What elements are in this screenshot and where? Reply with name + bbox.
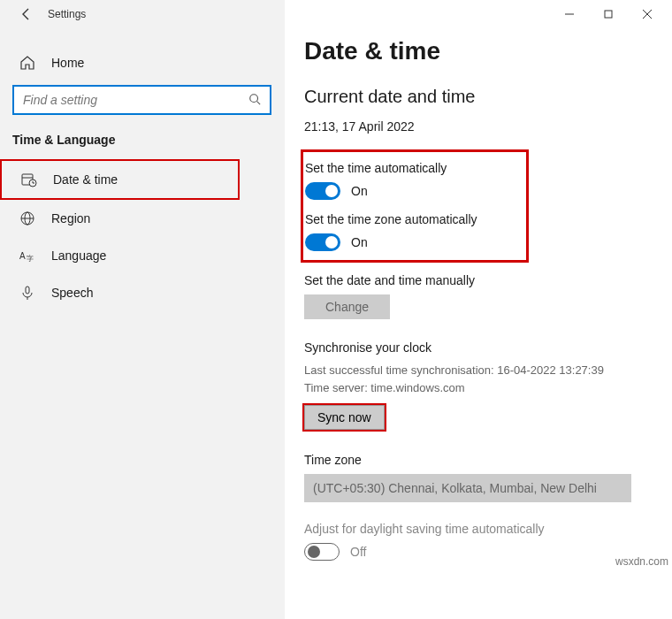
category-header: Time & Language [0,129,284,159]
auto-settings-highlight: Set the time automatically On Set the ti… [301,149,529,263]
search-box[interactable] [12,85,271,115]
titlebar: Settings [0,0,284,28]
nav-label: Speech [51,286,93,300]
close-button[interactable] [628,2,667,27]
nav-label: Language [51,248,106,263]
nav-item-region[interactable]: Region [0,200,284,237]
current-datetime-heading: Current date and time [304,87,653,107]
window-controls [550,2,667,27]
calendar-clock-icon [21,172,37,187]
search-input[interactable] [23,93,248,107]
nav-label: Region [51,211,90,225]
sync-server: Time server: time.windows.com [304,381,465,394]
nav-label: Date & time [53,172,118,187]
dst-toggle [304,543,340,561]
content-pane: Date & time Current date and time 21:13,… [285,0,672,619]
back-button[interactable] [18,5,35,23]
home-icon [19,55,35,71]
globe-icon [19,210,35,226]
dst-label: Adjust for daylight saving time automati… [304,522,653,536]
sync-last: Last successful time synchronisation: 16… [304,363,604,377]
sync-now-button[interactable]: Sync now [304,405,385,430]
svg-text:A: A [19,251,26,261]
svg-line-1 [257,101,261,104]
auto-tz-label: Set the time zone automatically [305,212,517,226]
language-icon: A字 [19,248,35,264]
manual-datetime-label: Set the date and time manually [304,273,653,287]
nav-item-date-time[interactable]: Date & time [0,159,240,200]
auto-time-toggle[interactable] [305,182,340,200]
home-label: Home [51,56,84,70]
sidebar: Settings Home Time & Language Date & [0,0,285,619]
window-title: Settings [48,8,86,20]
sync-info: Last successful time synchronisation: 16… [304,362,653,396]
maximize-button[interactable] [589,2,628,27]
auto-tz-state: On [351,235,368,249]
timezone-heading: Time zone [304,453,653,467]
minimize-button[interactable] [550,2,589,27]
search-icon [248,93,261,108]
home-nav[interactable]: Home [0,46,284,80]
auto-time-label: Set the time automatically [305,161,517,175]
nav-item-speech[interactable]: Speech [0,274,284,311]
auto-time-state: On [351,184,368,198]
current-datetime-value: 21:13, 17 April 2022 [304,119,653,134]
page-title: Date & time [304,37,653,65]
timezone-select: (UTC+05:30) Chennai, Kolkata, Mumbai, Ne… [304,474,631,502]
search-container [0,80,284,129]
microphone-icon [19,285,35,301]
auto-tz-toggle[interactable] [305,233,340,251]
nav-list: Date & time Region A字 Language Speech [0,159,284,311]
dst-state: Off [350,545,366,559]
svg-text:字: 字 [27,255,34,263]
sync-heading: Synchronise your clock [304,340,653,355]
svg-rect-13 [605,11,612,18]
watermark: wsxdn.com [615,555,668,568]
nav-item-language[interactable]: A字 Language [0,237,284,274]
svg-rect-10 [26,287,29,294]
svg-point-0 [250,94,258,102]
change-button: Change [304,294,390,319]
